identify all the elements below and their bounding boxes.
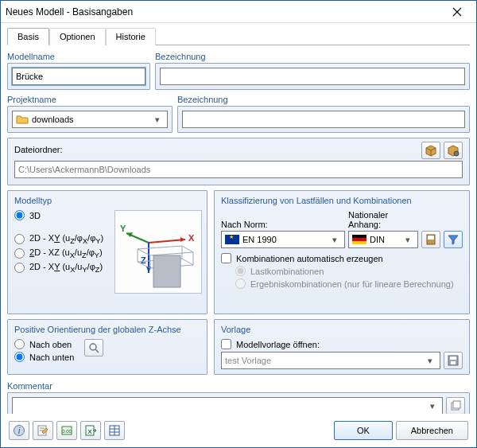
- vorlage-combo: test Vorlage ▾: [221, 352, 440, 369]
- box-icon: [425, 144, 437, 157]
- vorlage-open-check[interactable]: Modellvorlage öffnen:: [221, 339, 463, 349]
- svg-point-13: [90, 344, 96, 350]
- close-icon: [452, 7, 462, 17]
- klass-title: Klassifizierung von Lastfällen und Kombi…: [221, 196, 463, 205]
- dateiordner-input: [14, 161, 463, 178]
- anhang-combo[interactable]: DIN ▾: [348, 231, 418, 248]
- modellname-input[interactable]: [12, 68, 145, 85]
- radio-nach-unten[interactable]: Nach unten: [14, 352, 200, 362]
- svg-marker-2: [180, 237, 185, 242]
- save-icon: [447, 354, 460, 367]
- chevron-down-icon: ▾: [328, 235, 341, 245]
- axis-3d-icon: X Y Z: [115, 211, 201, 293]
- flag-eu-icon: [225, 235, 239, 244]
- pencil-note-icon: [37, 424, 49, 437]
- bezeichnung-model-label: Bezeichnung: [155, 50, 470, 63]
- projektname-value: downloads: [32, 115, 151, 124]
- kommentar-title: Kommentar: [7, 380, 470, 392]
- vorlage-save-button[interactable]: [444, 352, 463, 369]
- window-title: Neues Modell - Basisangaben: [6, 6, 443, 18]
- titlebar: Neues Modell - Basisangaben: [1, 1, 476, 23]
- book-icon: [425, 233, 437, 246]
- chevron-down-icon: ▾: [426, 401, 439, 411]
- folder-icon: [16, 113, 29, 126]
- zachse-section: Positive Orientierung der globalen Z-Ach…: [7, 319, 207, 375]
- klass-section: Klassifizierung von Lastfällen und Kombi…: [214, 190, 470, 314]
- modelltyp-title: Modelltyp: [14, 196, 200, 205]
- units-button[interactable]: 0.00: [56, 421, 77, 440]
- help-button[interactable]: i: [9, 421, 29, 440]
- kommentar-edit-button[interactable]: [446, 397, 465, 414]
- ok-button[interactable]: OK: [334, 421, 393, 440]
- chevron-down-icon: ▾: [424, 356, 436, 366]
- magnifier-icon: [87, 341, 100, 354]
- info-icon: i: [13, 424, 25, 437]
- excel-import-button[interactable]: [104, 421, 125, 440]
- filter-icon: [447, 233, 460, 246]
- tab-optionen-label: Optionen: [60, 32, 95, 41]
- svg-text:Y: Y: [120, 224, 126, 233]
- zachse-title: Positive Orientierung der globalen Z-Ach…: [14, 325, 200, 334]
- tabstrip: Basis Optionen Historie: [7, 28, 470, 45]
- dialog-window: Neues Modell - Basisangaben Basis Option…: [0, 0, 477, 448]
- excel-export-button[interactable]: X: [80, 421, 101, 440]
- project-manager-button-1[interactable]: [421, 142, 440, 159]
- excel-icon: X: [84, 424, 97, 437]
- ergebniskombi-radio: Ergebniskombinationen (nur für lineare B…: [235, 279, 463, 289]
- flag-de-icon: [352, 235, 366, 244]
- project-manager-button-2[interactable]: [444, 142, 463, 159]
- box-gear-icon: [447, 144, 460, 157]
- modelltyp-preview: X Y Z: [114, 210, 202, 294]
- anhang-value: DIN: [370, 235, 401, 244]
- tab-historie-label: Historie: [116, 32, 145, 41]
- vorlage-section: Vorlage Modellvorlage öffnen: test Vorla…: [214, 319, 470, 375]
- kommentar-combo[interactable]: ▾: [12, 397, 443, 414]
- bezeichnung-projekt-input: [182, 111, 465, 128]
- zachse-info-button[interactable]: [84, 339, 103, 356]
- norm-settings-button[interactable]: [421, 231, 440, 248]
- norm-filter-button[interactable]: [444, 231, 463, 248]
- projektname-label: Projektname: [7, 93, 173, 106]
- svg-text:X: X: [188, 233, 195, 243]
- modelltyp-section: Modelltyp 3D 2D - XY (uZ/φX/φY) 2D - XZ …: [7, 190, 207, 314]
- dialog-content: Basis Optionen Historie Modellname Bezei…: [1, 23, 476, 414]
- dateiordner-section: Dateiordner:: [7, 138, 470, 185]
- dateiordner-label: Dateiordner:: [14, 145, 421, 154]
- table-icon: [108, 424, 121, 437]
- bezeichnung-model-input[interactable]: [160, 68, 465, 85]
- dialog-footer: i 0.00 X OK Abbrechen: [1, 414, 476, 447]
- anhang-label: Nationaler Anhang:: [348, 210, 418, 229]
- chevron-down-icon: ▾: [401, 235, 414, 245]
- lastkombi-radio: Lastkombinationen: [235, 266, 463, 276]
- edit-button[interactable]: [33, 421, 53, 440]
- svg-rect-19: [453, 401, 460, 408]
- svg-line-1: [149, 240, 185, 243]
- vorlage-title: Vorlage: [221, 325, 463, 334]
- svg-text:0.00: 0.00: [62, 429, 72, 434]
- tab-body: Modellname Bezeichnung Projektname: [7, 45, 470, 414]
- svg-text:X: X: [87, 428, 92, 435]
- svg-line-14: [95, 349, 99, 353]
- tab-historie[interactable]: Historie: [106, 28, 156, 45]
- cancel-button[interactable]: Abbrechen: [396, 421, 468, 440]
- radio-nach-oben[interactable]: Nach oben: [14, 339, 200, 349]
- norm-value: EN 1990: [242, 235, 328, 244]
- norm-combo[interactable]: EN 1990 ▾: [221, 231, 345, 248]
- svg-rect-10: [153, 255, 180, 287]
- bezeichnung-projekt-label: Bezeichnung: [177, 93, 470, 106]
- tab-basis[interactable]: Basis: [7, 28, 49, 45]
- projektname-combo[interactable]: downloads ▾: [12, 111, 168, 128]
- svg-rect-16: [450, 356, 456, 360]
- modellname-label: Modellname: [7, 50, 150, 63]
- svg-rect-12: [428, 236, 434, 240]
- close-button[interactable]: [443, 4, 471, 20]
- tab-optionen[interactable]: Optionen: [49, 28, 106, 45]
- nachnorm-label: Nach Norm:: [221, 220, 345, 229]
- note-stack-icon: [449, 399, 462, 412]
- svg-rect-17: [451, 361, 456, 364]
- units-icon: 0.00: [60, 424, 73, 437]
- chevron-down-icon: ▾: [151, 115, 164, 125]
- kombi-auto-check[interactable]: Kombinationen automatisch erzeugen: [221, 253, 463, 263]
- svg-point-0: [454, 151, 459, 156]
- tab-basis-label: Basis: [17, 32, 39, 41]
